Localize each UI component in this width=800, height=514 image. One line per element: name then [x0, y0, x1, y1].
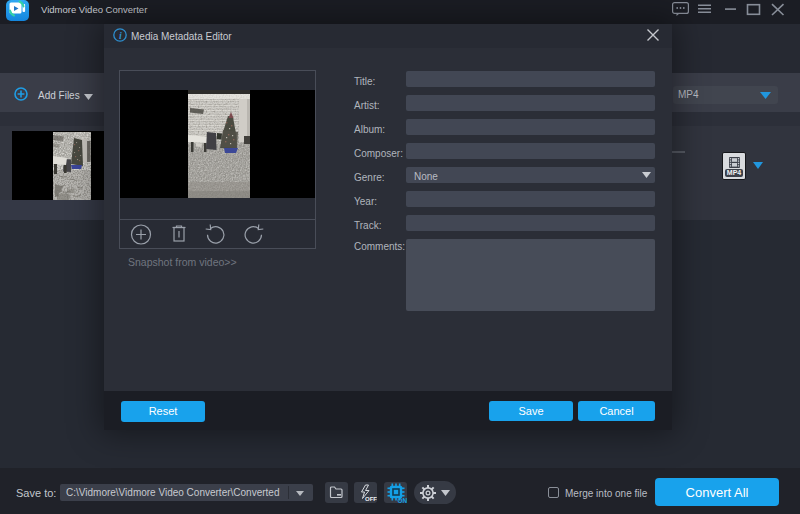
svg-text:ON: ON — [398, 497, 408, 503]
svg-text:OFF: OFF — [365, 496, 377, 502]
svg-text:i: i — [119, 30, 122, 41]
